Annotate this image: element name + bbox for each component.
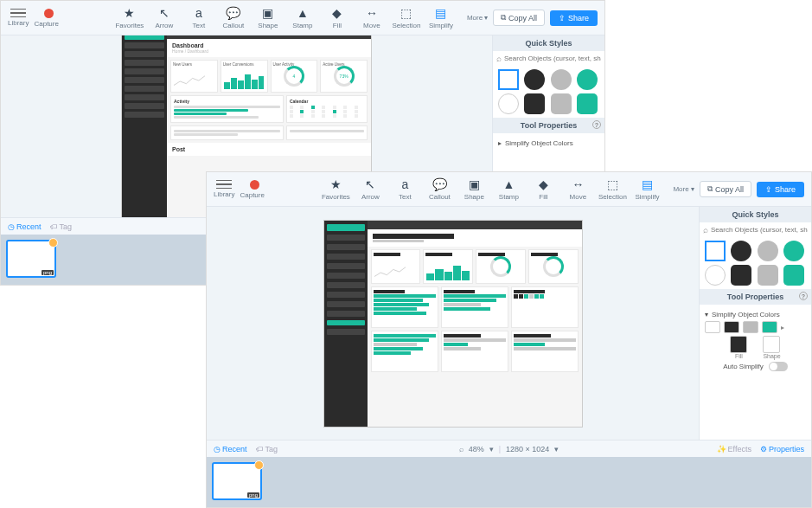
swatch-gray-circle[interactable] [551,69,572,90]
swatch-dark-rounded[interactable] [524,93,545,114]
chevron-down-icon[interactable]: ▾ [489,445,494,453]
simplify-colors-row[interactable]: ▾ Simplify Object Colors [705,311,806,318]
tool-fill[interactable]: ◆Fill [531,177,555,201]
properties-link[interactable]: ⚙Properties [760,445,804,453]
tool-favorites[interactable]: ★Favorites [323,177,348,201]
swatch-teal-circle[interactable] [783,241,804,261]
move-icon: ↔ [366,6,378,20]
canvas-artwork-simplified[interactable] [323,220,583,428]
arrow-icon: ↖ [365,177,375,191]
swatch-dark-circle[interactable] [524,69,545,90]
swatch-gray-rounded[interactable] [758,265,778,286]
tool-selection[interactable]: ⬚Selection [394,6,419,29]
quick-styles-header: Quick Styles [700,207,811,222]
copy-icon: ⧉ [707,184,713,194]
search-icon: ⌕ [703,225,708,235]
stamp-icon: ▲ [502,177,515,191]
search-input[interactable] [711,226,808,234]
tool-move[interactable]: ↔Move [360,6,384,29]
tool-text[interactable]: aText [187,6,211,29]
chevron-down-icon[interactable]: ▾ [554,445,559,453]
tool-callout[interactable]: 💬Callout [427,177,451,201]
mini-swatch-teal[interactable] [762,321,777,333]
help-icon[interactable]: ? [799,292,808,300]
swatch-teal-circle[interactable] [577,69,598,90]
canvas[interactable] [207,207,699,440]
copy-all-button[interactable]: ⧉Copy All [700,181,751,197]
arrow-icon: ↖ [159,6,169,20]
swatch-white-circle[interactable] [705,265,726,286]
star-icon: ★ [330,177,342,191]
tool-properties-header: Tool Properties? [493,118,604,133]
callout-icon: 💬 [432,177,447,191]
more-button[interactable]: More▾ [467,14,488,22]
tool-selection[interactable]: ⬚Selection [600,177,624,201]
mini-swatch-gray[interactable] [743,321,758,333]
tool-move[interactable]: ↔Move [566,177,590,201]
more-button[interactable]: More▾ [673,185,694,193]
help-icon[interactable]: ? [592,120,601,129]
tool-simplify[interactable]: ▤Simplify [635,177,659,201]
copy-all-button[interactable]: ⧉Copy All [493,10,545,26]
tool-shape[interactable]: ▣Shape [462,177,486,201]
swatch-dark-circle[interactable] [731,241,751,261]
gear-icon: ⚙ [760,445,767,453]
tag-link[interactable]: 🏷Tag [50,222,73,231]
swatch-teal-rounded[interactable] [783,265,804,286]
library-label: Library [8,19,29,27]
tool-simplify[interactable]: ▤Simplify [429,6,453,29]
tool-shape[interactable]: ▣Shape [256,6,280,29]
tool-favorites[interactable]: ★Favorites [118,6,142,29]
wand-icon: ✨ [717,445,726,453]
selection-icon: ⬚ [400,6,412,20]
effects-link[interactable]: ✨Effects [717,445,751,453]
zoom-value[interactable]: 48% [469,445,484,453]
tool-fill[interactable]: ◆Fill [325,6,349,29]
tool-arrow[interactable]: ↖Arrow [152,6,176,29]
recent-link[interactable]: ◷Recent [8,222,42,231]
tool-stamp[interactable]: ▲Stamp [291,6,315,29]
tool-stamp[interactable]: ▲Stamp [496,177,521,201]
mini-swatch-white[interactable] [705,321,720,333]
chevron-down-icon: ▾ [691,185,694,193]
app-window-front: Library Capture ★Favorites ↖Arrow aText … [206,171,812,508]
swatch-white-circle[interactable] [498,93,519,114]
share-button[interactable]: ⇪Share [757,182,804,197]
simplify-colors-row[interactable]: ▸ Simplify Object Colors [498,139,599,147]
fill-icon: ◆ [332,6,342,20]
zoom-icon[interactable]: ⌕ [459,445,464,453]
search-input[interactable] [504,55,601,62]
menu-icon[interactable] [10,9,26,18]
tool-arrow[interactable]: ↖Arrow [358,177,382,201]
tag-icon: 🏷 [256,445,264,453]
simplify-icon: ▤ [642,177,653,191]
swatch-dark-rounded[interactable] [731,265,751,286]
swatch-selected[interactable] [705,241,726,261]
swatch-gray-rounded[interactable] [551,93,572,114]
capture-icon[interactable] [44,9,54,18]
tool-text[interactable]: aText [393,177,417,201]
thumbnail[interactable]: png [212,462,262,500]
text-icon: a [401,177,408,191]
tool-callout[interactable]: 💬Callout [221,6,246,29]
add-color-icon[interactable]: ▸ [781,324,784,331]
text-icon: a [195,6,202,20]
shape-swatch[interactable] [763,336,780,353]
auto-simplify-toggle[interactable] [769,362,788,371]
search-icon: ⌕ [496,54,502,63]
mini-swatch-dark[interactable] [724,321,739,333]
swatch-selected[interactable] [498,69,519,90]
recent-link[interactable]: ◷Recent [214,445,247,453]
capture-icon[interactable] [250,180,259,190]
thumbnail[interactable]: png [6,240,56,278]
move-icon: ↔ [572,177,584,191]
titlebar: Library Capture ★Favorites ↖Arrow aText … [1,1,604,35]
artwork-title: Dashboard [172,42,366,48]
menu-icon[interactable] [216,180,232,190]
fill-swatch[interactable] [730,336,747,353]
swatch-gray-circle[interactable] [758,241,778,261]
thumbnail-ext: png [42,270,54,275]
swatch-teal-rounded[interactable] [577,93,598,114]
share-button[interactable]: ⇪Share [550,10,598,26]
tag-link[interactable]: 🏷Tag [256,445,278,453]
